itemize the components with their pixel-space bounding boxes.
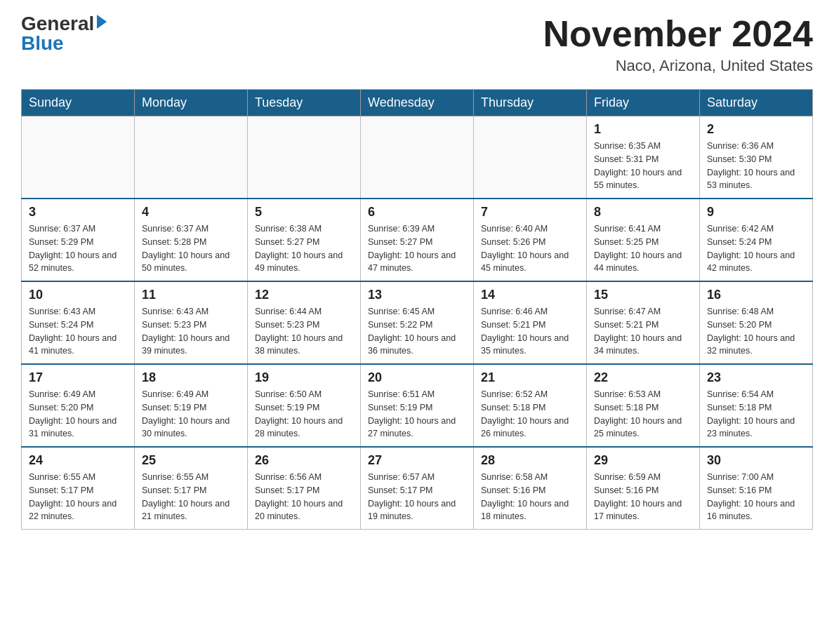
calendar-cell: [248, 116, 361, 199]
calendar-body: 1Sunrise: 6:35 AMSunset: 5:31 PMDaylight…: [22, 116, 813, 530]
calendar-cell: 28Sunrise: 6:58 AMSunset: 5:16 PMDayligh…: [474, 447, 587, 530]
month-title: November 2024: [543, 14, 813, 54]
day-number: 30: [707, 453, 805, 468]
day-number: 3: [29, 205, 127, 220]
day-number: 9: [707, 205, 805, 220]
day-number: 25: [142, 453, 240, 468]
calendar-cell: 9Sunrise: 6:42 AMSunset: 5:24 PMDaylight…: [700, 199, 813, 281]
weekday-header-row: SundayMondayTuesdayWednesdayThursdayFrid…: [22, 90, 813, 116]
day-number: 15: [594, 288, 692, 302]
weekday-header-friday: Friday: [587, 90, 700, 116]
day-info: Sunrise: 6:58 AMSunset: 5:16 PMDaylight:…: [481, 471, 579, 523]
day-info: Sunrise: 6:56 AMSunset: 5:17 PMDaylight:…: [255, 471, 353, 523]
day-number: 1: [594, 122, 692, 137]
day-number: 26: [255, 453, 353, 468]
calendar-cell: 11Sunrise: 6:43 AMSunset: 5:23 PMDayligh…: [135, 281, 248, 364]
calendar-cell: 22Sunrise: 6:53 AMSunset: 5:18 PMDayligh…: [587, 364, 700, 447]
day-info: Sunrise: 6:36 AMSunset: 5:30 PMDaylight:…: [707, 140, 805, 192]
calendar-cell: 8Sunrise: 6:41 AMSunset: 5:25 PMDaylight…: [587, 199, 700, 281]
day-number: 27: [368, 453, 466, 468]
day-info: Sunrise: 6:57 AMSunset: 5:17 PMDaylight:…: [368, 471, 466, 523]
weekday-header-tuesday: Tuesday: [248, 90, 361, 116]
logo-blue-text: Blue: [21, 34, 64, 53]
calendar-cell: 20Sunrise: 6:51 AMSunset: 5:19 PMDayligh…: [361, 364, 474, 447]
calendar-week-2: 3Sunrise: 6:37 AMSunset: 5:29 PMDaylight…: [22, 199, 813, 281]
page-header: General Blue November 2024 Naco, Arizona…: [21, 14, 813, 75]
title-section: November 2024 Naco, Arizona, United Stat…: [543, 14, 813, 75]
day-number: 13: [368, 288, 466, 302]
day-number: 2: [707, 122, 805, 137]
calendar-cell: 21Sunrise: 6:52 AMSunset: 5:18 PMDayligh…: [474, 364, 587, 447]
calendar-cell: 24Sunrise: 6:55 AMSunset: 5:17 PMDayligh…: [22, 447, 135, 530]
calendar-cell: 3Sunrise: 6:37 AMSunset: 5:29 PMDaylight…: [22, 199, 135, 281]
calendar-cell: 6Sunrise: 6:39 AMSunset: 5:27 PMDaylight…: [361, 199, 474, 281]
day-number: 17: [29, 370, 127, 385]
calendar-cell: [474, 116, 587, 199]
calendar-cell: 19Sunrise: 6:50 AMSunset: 5:19 PMDayligh…: [248, 364, 361, 447]
calendar-cell: 25Sunrise: 6:55 AMSunset: 5:17 PMDayligh…: [135, 447, 248, 530]
day-info: Sunrise: 6:59 AMSunset: 5:16 PMDaylight:…: [594, 471, 692, 523]
day-info: Sunrise: 6:35 AMSunset: 5:31 PMDaylight:…: [594, 140, 692, 192]
day-info: Sunrise: 6:51 AMSunset: 5:19 PMDaylight:…: [368, 388, 466, 441]
calendar-cell: 29Sunrise: 6:59 AMSunset: 5:16 PMDayligh…: [587, 447, 700, 530]
weekday-header-thursday: Thursday: [474, 90, 587, 116]
calendar-cell: 15Sunrise: 6:47 AMSunset: 5:21 PMDayligh…: [587, 281, 700, 364]
day-info: Sunrise: 6:43 AMSunset: 5:23 PMDaylight:…: [142, 305, 240, 358]
day-number: 18: [142, 370, 240, 385]
day-number: 16: [707, 288, 805, 302]
weekday-header-sunday: Sunday: [22, 90, 135, 116]
calendar-cell: [135, 116, 248, 199]
day-number: 24: [29, 453, 127, 468]
day-info: Sunrise: 6:37 AMSunset: 5:28 PMDaylight:…: [142, 222, 240, 275]
logo-arrow-icon: [97, 15, 107, 29]
day-info: Sunrise: 6:55 AMSunset: 5:17 PMDaylight:…: [142, 471, 240, 523]
logo: General Blue: [21, 14, 107, 53]
weekday-header-wednesday: Wednesday: [361, 90, 474, 116]
day-number: 7: [481, 205, 579, 220]
calendar-cell: 13Sunrise: 6:45 AMSunset: 5:22 PMDayligh…: [361, 281, 474, 364]
day-number: 4: [142, 205, 240, 220]
day-number: 8: [594, 205, 692, 220]
day-number: 23: [707, 370, 805, 385]
day-info: Sunrise: 6:55 AMSunset: 5:17 PMDaylight:…: [29, 471, 127, 523]
day-info: Sunrise: 6:40 AMSunset: 5:26 PMDaylight:…: [481, 222, 579, 275]
day-info: Sunrise: 6:49 AMSunset: 5:19 PMDaylight:…: [142, 388, 240, 441]
day-info: Sunrise: 6:48 AMSunset: 5:20 PMDaylight:…: [707, 305, 805, 358]
calendar-cell: 7Sunrise: 6:40 AMSunset: 5:26 PMDaylight…: [474, 199, 587, 281]
calendar-cell: 10Sunrise: 6:43 AMSunset: 5:24 PMDayligh…: [22, 281, 135, 364]
calendar-week-1: 1Sunrise: 6:35 AMSunset: 5:31 PMDaylight…: [22, 116, 813, 199]
day-info: Sunrise: 6:45 AMSunset: 5:22 PMDaylight:…: [368, 305, 466, 358]
day-info: Sunrise: 6:54 AMSunset: 5:18 PMDaylight:…: [707, 388, 805, 441]
day-number: 14: [481, 288, 579, 302]
day-number: 28: [481, 453, 579, 468]
day-number: 5: [255, 205, 353, 220]
calendar-cell: 16Sunrise: 6:48 AMSunset: 5:20 PMDayligh…: [700, 281, 813, 364]
calendar-cell: 18Sunrise: 6:49 AMSunset: 5:19 PMDayligh…: [135, 364, 248, 447]
location-text: Naco, Arizona, United States: [543, 57, 813, 75]
day-info: Sunrise: 6:37 AMSunset: 5:29 PMDaylight:…: [29, 222, 127, 275]
calendar-cell: 5Sunrise: 6:38 AMSunset: 5:27 PMDaylight…: [248, 199, 361, 281]
logo-general-text: General: [21, 14, 94, 34]
calendar-week-5: 24Sunrise: 6:55 AMSunset: 5:17 PMDayligh…: [22, 447, 813, 530]
calendar-cell: 17Sunrise: 6:49 AMSunset: 5:20 PMDayligh…: [22, 364, 135, 447]
day-number: 22: [594, 370, 692, 385]
day-info: Sunrise: 6:39 AMSunset: 5:27 PMDaylight:…: [368, 222, 466, 275]
day-info: Sunrise: 6:41 AMSunset: 5:25 PMDaylight:…: [594, 222, 692, 275]
day-info: Sunrise: 7:00 AMSunset: 5:16 PMDaylight:…: [707, 471, 805, 523]
day-info: Sunrise: 6:52 AMSunset: 5:18 PMDaylight:…: [481, 388, 579, 441]
calendar-table: SundayMondayTuesdayWednesdayThursdayFrid…: [21, 89, 813, 530]
day-info: Sunrise: 6:53 AMSunset: 5:18 PMDaylight:…: [594, 388, 692, 441]
calendar-cell: 2Sunrise: 6:36 AMSunset: 5:30 PMDaylight…: [700, 116, 813, 199]
weekday-header-saturday: Saturday: [700, 90, 813, 116]
day-number: 21: [481, 370, 579, 385]
day-info: Sunrise: 6:44 AMSunset: 5:23 PMDaylight:…: [255, 305, 353, 358]
calendar-header: SundayMondayTuesdayWednesdayThursdayFrid…: [22, 90, 813, 116]
calendar-cell: 23Sunrise: 6:54 AMSunset: 5:18 PMDayligh…: [700, 364, 813, 447]
day-number: 29: [594, 453, 692, 468]
day-number: 12: [255, 288, 353, 302]
calendar-cell: 1Sunrise: 6:35 AMSunset: 5:31 PMDaylight…: [587, 116, 700, 199]
calendar-week-4: 17Sunrise: 6:49 AMSunset: 5:20 PMDayligh…: [22, 364, 813, 447]
day-number: 11: [142, 288, 240, 302]
day-number: 20: [368, 370, 466, 385]
calendar-cell: 26Sunrise: 6:56 AMSunset: 5:17 PMDayligh…: [248, 447, 361, 530]
